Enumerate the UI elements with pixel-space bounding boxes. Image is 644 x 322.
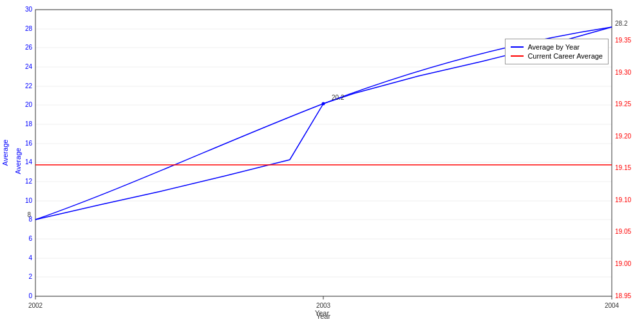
legend-box: Average by Year Current Career Average [505, 39, 609, 64]
svg-text:16: 16 [25, 140, 33, 147]
svg-text:10: 10 [25, 197, 33, 204]
data-label-start: 8 [27, 211, 31, 218]
svg-text:19.05: 19.05 [615, 228, 631, 235]
svg-text:19.25: 19.25 [615, 100, 631, 108]
svg-text:19.00: 19.00 [615, 260, 631, 267]
data-label-end: 28.2 [615, 20, 628, 27]
svg-text:6: 6 [28, 235, 32, 242]
svg-text:14: 14 [25, 158, 33, 166]
svg-text:19.15: 19.15 [615, 164, 631, 171]
legend-item-red: Current Career Average [511, 52, 603, 60]
svg-text:0: 0 [28, 292, 32, 299]
legend-red-label: Current Career Average [527, 52, 603, 60]
legend-blue-line [511, 46, 524, 48]
chart-container: 0 2 4 6 8 10 12 14 16 18 20 22 24 26 28 … [0, 0, 644, 322]
svg-text:26: 26 [25, 44, 33, 51]
svg-text:2003: 2003 [316, 302, 331, 309]
legend-blue-label: Average by Year [527, 43, 580, 51]
svg-text:18: 18 [25, 120, 33, 128]
x-labels: 2002 2003 2004 [28, 302, 620, 309]
y-axis-label-div: Average [14, 148, 22, 175]
data-label-mid: 20.2 [332, 94, 345, 101]
svg-text:2: 2 [28, 273, 32, 280]
svg-text:20: 20 [25, 101, 33, 108]
legend-red-line [511, 55, 524, 57]
svg-text:2002: 2002 [28, 302, 43, 309]
svg-text:19.20: 19.20 [615, 133, 631, 140]
svg-text:18.95: 18.95 [615, 292, 631, 299]
y-axis-label: Average [1, 140, 9, 166]
svg-text:4: 4 [28, 254, 32, 261]
x-axis-label-div: Year [315, 309, 329, 317]
svg-text:22: 22 [25, 82, 33, 90]
svg-text:24: 24 [25, 63, 33, 70]
y-right-labels: 18.95 19.00 19.05 19.10 19.15 19.20 19.2… [615, 37, 631, 299]
svg-text:12: 12 [25, 178, 33, 185]
svg-text:19.35: 19.35 [615, 37, 631, 44]
data-point-mid [322, 102, 325, 106]
legend-item-blue: Average by Year [511, 43, 603, 51]
svg-text:28: 28 [25, 25, 33, 32]
svg-text:30: 30 [25, 6, 33, 13]
y-left-labels: 0 2 4 6 8 10 12 14 16 18 20 22 24 26 28 … [25, 6, 33, 299]
svg-text:19.10: 19.10 [615, 196, 631, 204]
svg-text:19.30: 19.30 [615, 69, 631, 76]
svg-text:2004: 2004 [605, 302, 620, 309]
